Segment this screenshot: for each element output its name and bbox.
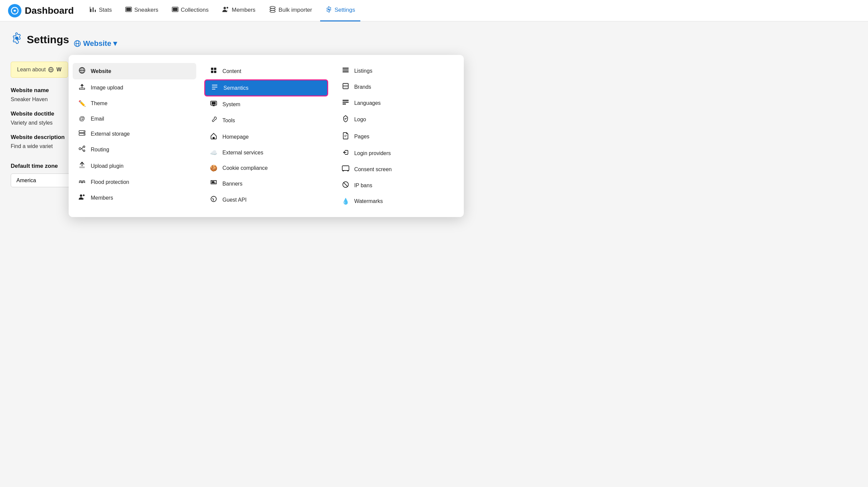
svg-rect-56 xyxy=(343,103,346,104)
image-upload-icon xyxy=(78,83,86,92)
dropdown-item-website[interactable]: Website xyxy=(73,63,196,80)
svg-point-28 xyxy=(84,131,84,132)
logo-icon xyxy=(8,4,22,18)
dropdown-semantics-label: Semantics xyxy=(223,85,248,91)
dropdown-item-languages[interactable]: Languages xyxy=(336,95,460,111)
context-label: Website xyxy=(83,39,111,48)
bulk-importer-icon xyxy=(269,6,276,14)
tools-icon xyxy=(210,116,218,125)
dropdown-pages-label: Pages xyxy=(354,134,369,140)
dropdown-item-ip-bans[interactable]: IP bans xyxy=(336,177,460,193)
dropdown-item-email[interactable]: @ Email xyxy=(73,111,196,126)
dropdown-logo-label: Logo xyxy=(354,117,366,123)
top-navigation: Dashboard Stats Sneakers xyxy=(0,0,868,22)
svg-point-30 xyxy=(79,148,81,150)
dropdown-item-login-providers[interactable]: Login providers xyxy=(336,145,460,161)
dropdown-item-image-upload[interactable]: Image upload xyxy=(73,80,196,96)
dropdown-item-brands[interactable]: Brands xyxy=(336,79,460,95)
dropdown-item-pages[interactable]: Pages xyxy=(336,128,460,145)
dropdown-item-logo[interactable]: Logo xyxy=(336,111,460,128)
svg-line-63 xyxy=(344,183,348,187)
nav-settings[interactable]: Settings xyxy=(320,0,360,22)
settings-icon xyxy=(326,6,332,14)
dropdown-cookie-compliance-label: Cookie compliance xyxy=(222,165,268,171)
guest-api-icon xyxy=(210,195,218,204)
nav-members[interactable]: Members xyxy=(217,0,261,22)
page-title: Settings xyxy=(11,32,69,47)
dropdown-email-label: Email xyxy=(91,116,104,122)
page-title-text: Settings xyxy=(27,33,69,46)
login-providers-icon xyxy=(342,149,350,157)
dropdown-item-banners[interactable]: Banners xyxy=(204,176,328,191)
learn-about-banner[interactable]: Learn about W xyxy=(11,62,68,78)
dropdown-content-label: Content xyxy=(222,68,241,74)
settings-context-button[interactable]: Website ▾ xyxy=(74,39,117,48)
svg-rect-50 xyxy=(343,71,349,72)
dropdown-item-routing[interactable]: Routing xyxy=(73,141,196,158)
app-logo[interactable]: Dashboard xyxy=(8,4,74,18)
consent-screen-icon xyxy=(342,165,350,173)
homepage-icon xyxy=(210,133,218,141)
svg-line-61 xyxy=(347,171,349,171)
dropdown-external-storage-label: External storage xyxy=(91,131,130,137)
svg-rect-2 xyxy=(93,7,94,12)
svg-rect-55 xyxy=(343,102,349,103)
dropdown-banners-label: Banners xyxy=(222,181,243,187)
members-icon xyxy=(222,6,229,14)
nav-bulk-importer-label: Bulk importer xyxy=(279,7,312,13)
nav-sneakers-label: Sneakers xyxy=(134,7,158,13)
dropdown-item-external-storage[interactable]: External storage xyxy=(73,126,196,141)
dropdown-item-guest-api[interactable]: Guest API xyxy=(204,191,328,208)
dropdown-item-theme[interactable]: ✏️ Theme xyxy=(73,96,196,111)
svg-rect-37 xyxy=(214,68,216,70)
dropdown-languages-label: Languages xyxy=(354,100,381,106)
svg-line-60 xyxy=(342,171,344,171)
dropdown-item-upload-plugin[interactable]: Upload plugin xyxy=(73,158,196,174)
dropdown-item-members[interactable]: Members xyxy=(73,190,196,206)
dropdown-upload-plugin-label: Upload plugin xyxy=(91,163,124,169)
banners-icon xyxy=(210,180,218,188)
svg-rect-39 xyxy=(214,71,216,73)
nav-collections[interactable]: Collections xyxy=(166,0,214,22)
nav-collections-label: Collections xyxy=(181,7,209,13)
dropdown-item-consent-screen[interactable]: Consent screen xyxy=(336,161,460,177)
dropdown-brands-label: Brands xyxy=(354,84,371,90)
dropdown-routing-label: Routing xyxy=(91,147,109,153)
theme-icon: ✏️ xyxy=(78,100,86,107)
dropdown-listings-label: Listings xyxy=(354,68,372,74)
learn-about-text: Learn about xyxy=(17,67,45,73)
dropdown-item-listings[interactable]: Listings xyxy=(336,63,460,79)
nav-bulk-importer[interactable]: Bulk importer xyxy=(264,0,317,22)
dropdown-image-upload-label: Image upload xyxy=(91,85,123,91)
members-menu-icon xyxy=(78,194,86,202)
dropdown-watermarks-label: Watermarks xyxy=(354,198,383,204)
nav-members-label: Members xyxy=(232,7,255,13)
page-content: Settings Website ▾ Learn about W Website… xyxy=(0,22,868,187)
upload-plugin-icon xyxy=(78,162,86,170)
svg-rect-8 xyxy=(173,8,178,11)
dropdown-item-homepage[interactable]: Homepage xyxy=(204,129,328,145)
svg-point-31 xyxy=(83,146,85,148)
dropdown-system-label: System xyxy=(222,101,240,108)
svg-rect-33 xyxy=(80,166,85,168)
routing-icon xyxy=(78,145,86,154)
dropdown-item-external-services[interactable]: ☁️ External services xyxy=(204,145,328,160)
dropdown-item-content[interactable]: Content xyxy=(204,63,328,80)
svg-rect-6 xyxy=(126,8,131,11)
dropdown-item-cookie-compliance[interactable]: 🍪 Cookie compliance xyxy=(204,160,328,176)
dropdown-item-watermarks[interactable]: 💧 Watermarks xyxy=(336,193,460,209)
dropdown-item-flood-protection[interactable]: Flood protection xyxy=(73,174,196,190)
dropdown-item-tools[interactable]: Tools xyxy=(204,112,328,129)
svg-rect-1 xyxy=(90,9,91,12)
globe-icon xyxy=(48,67,54,72)
dropdown-tools-label: Tools xyxy=(222,118,235,124)
nav-stats[interactable]: Stats xyxy=(84,0,117,22)
dropdown-item-semantics[interactable]: Semantics xyxy=(204,80,328,96)
pages-icon xyxy=(342,132,350,141)
svg-rect-25 xyxy=(80,88,85,89)
svg-rect-3 xyxy=(95,10,96,12)
dropdown-col-3: Listings Brands xyxy=(332,60,464,212)
nav-sneakers[interactable]: Sneakers xyxy=(120,0,164,22)
cookie-compliance-icon: 🍪 xyxy=(210,164,218,172)
dropdown-item-system[interactable]: System xyxy=(204,96,328,112)
